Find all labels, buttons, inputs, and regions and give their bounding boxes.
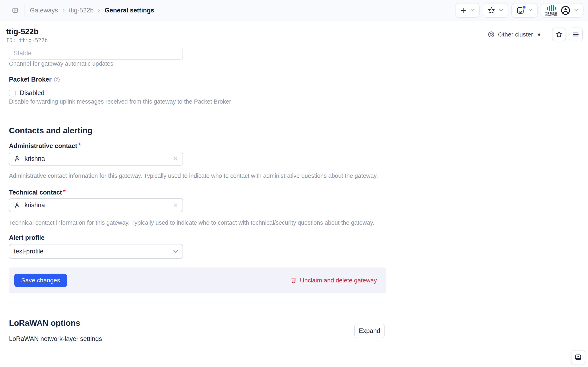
page-title: ttig-522b [6, 27, 48, 36]
chevron-down-icon [169, 248, 182, 255]
required-asterisk: * [78, 142, 81, 149]
clear-icon[interactable] [173, 202, 178, 208]
update-channel-help: Channel for gateway automatic updates [9, 60, 113, 67]
chevron-down-icon [574, 7, 579, 13]
entity-header: ttig-522b ID: ttig-522b Other cluster [0, 21, 588, 48]
cluster-label: Other cluster [498, 31, 533, 38]
tech-contact-label: Technical contact* [9, 189, 66, 196]
alert-profile-select[interactable]: test-profile [9, 244, 183, 259]
user-icon [13, 201, 21, 209]
clear-icon[interactable] [173, 156, 178, 161]
chevron-down-icon [498, 7, 504, 13]
cluster-status-dot [538, 33, 540, 36]
topbar-actions: THE THINGS INDUSTRIES [455, 3, 584, 18]
lorawan-section-heading: LoRaWAN options [9, 318, 80, 328]
lorawan-section-subtitle: LoRaWAN network-layer settings [9, 335, 102, 342]
notifications-dropdown-button[interactable] [511, 3, 537, 18]
sidebar-toggle-button[interactable] [9, 5, 21, 16]
account-icon [560, 5, 571, 16]
save-changes-button[interactable]: Save changes [14, 274, 67, 287]
expand-button[interactable]: Expand [354, 324, 385, 338]
entity-id: ID: ttig-522b [6, 37, 48, 43]
alert-profile-value: test-profile [14, 248, 169, 255]
cluster-indicator: Other cluster [487, 31, 540, 38]
drawer-up-icon [574, 353, 582, 361]
admin-contact-label-text: Administrative contact [9, 142, 77, 150]
update-channel-input[interactable] [13, 48, 178, 58]
account-dropdown-button[interactable]: THE THINGS INDUSTRIES [541, 3, 584, 18]
admin-contact-input[interactable] [25, 155, 173, 162]
unclaim-delete-button[interactable]: Unclaim and delete gateway [290, 277, 377, 284]
required-asterisk: * [63, 188, 66, 195]
packet-broker-checkbox-row: Disabled [9, 89, 44, 97]
plus-icon [459, 7, 467, 14]
tech-contact-help: Technical contact information for this g… [9, 219, 374, 226]
chevron-right-icon [97, 8, 101, 13]
trash-icon [290, 277, 297, 284]
breadcrumb-current-page: General settings [104, 7, 154, 14]
packet-broker-label: Packet Broker [9, 76, 52, 83]
sidebar-toggle-icon [12, 7, 18, 14]
chevron-right-icon [61, 8, 66, 13]
admin-contact-help: Administrative contact information for t… [9, 173, 378, 179]
top-bar: Gateways ttig-522b General settings [0, 0, 588, 21]
tech-contact-input[interactable] [25, 201, 173, 209]
help-icon[interactable]: ? [54, 77, 60, 82]
alert-profile-label: Alert profile [9, 234, 44, 242]
unclaim-delete-label: Unclaim and delete gateway [300, 277, 377, 284]
entity-title-block: ttig-522b ID: ttig-522b [6, 25, 48, 43]
star-icon [555, 31, 563, 38]
notification-dot [522, 5, 527, 9]
packet-broker-help: Disable forwarding uplink messages recei… [9, 98, 231, 105]
starred-entities-dropdown-button[interactable] [483, 3, 508, 18]
topbar-divider [25, 4, 25, 17]
admin-contact-label: Administrative contact* [9, 142, 81, 150]
tech-contact-input-box [9, 198, 183, 212]
logo-wordmark: THE THINGS INDUSTRIES [545, 12, 557, 16]
chevron-down-icon [470, 7, 475, 13]
disabled-checkbox-label[interactable]: Disabled [20, 89, 44, 97]
entity-header-actions: Other cluster [487, 27, 583, 42]
gateway-general-settings-page: Gateways ttig-522b General settings [0, 0, 588, 367]
contacts-section-heading: Contacts and alerting [9, 126, 93, 135]
breadcrumb-gateway-id[interactable]: ttig-522b [69, 7, 94, 14]
hamburger-menu-icon [572, 31, 579, 38]
star-icon [487, 6, 495, 15]
disabled-checkbox[interactable] [9, 90, 16, 96]
update-channel-input-box [9, 48, 183, 59]
add-entity-dropdown-button[interactable] [455, 3, 480, 18]
submit-bar: Save changes Unclaim and delete gateway [9, 267, 386, 293]
chevron-down-icon [528, 7, 533, 13]
admin-contact-input-box [9, 152, 183, 166]
user-icon [13, 155, 21, 162]
breadcrumb-gateways[interactable]: Gateways [30, 7, 58, 14]
tech-contact-label-text: Technical contact [9, 189, 62, 196]
packet-broker-label-row: Packet Broker ? [9, 76, 60, 83]
bottom-drawer-toggle-button[interactable] [571, 350, 585, 364]
gateway-menu-button[interactable] [569, 27, 583, 42]
star-gateway-button[interactable] [552, 27, 566, 42]
inbox-icon [516, 6, 525, 15]
section-divider [9, 303, 386, 303]
header-divider [546, 28, 546, 41]
the-things-industries-logo: THE THINGS INDUSTRIES [545, 4, 557, 16]
cluster-icon [487, 31, 495, 38]
breadcrumb: Gateways ttig-522b General settings [30, 7, 154, 14]
